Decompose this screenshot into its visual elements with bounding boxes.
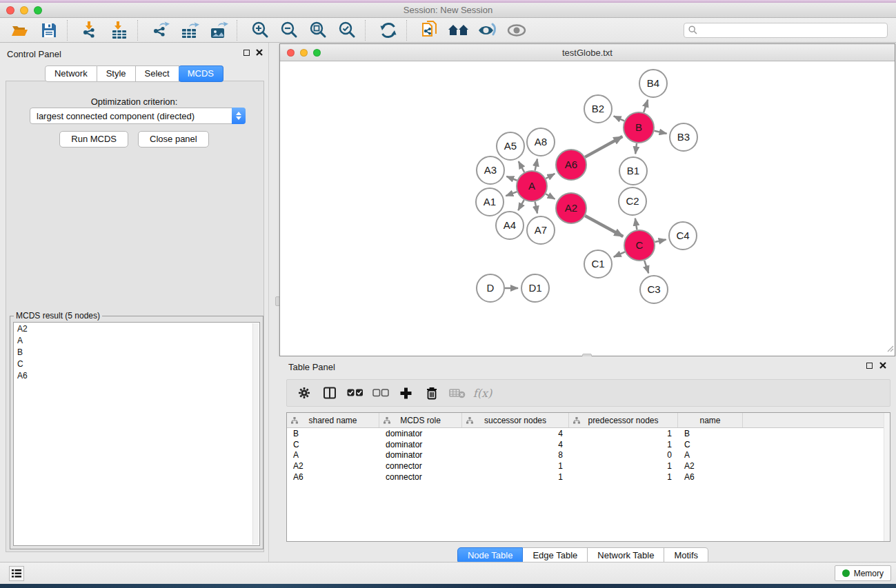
tab-style[interactable]: Style [97,65,136,82]
graph-node-B[interactable]: B [624,112,654,143]
table-row[interactable]: Bdominator41B [287,428,890,439]
zoom-selected-button[interactable] [332,19,361,41]
graph-node-A3[interactable]: A3 [477,156,504,184]
result-item[interactable]: A [14,334,259,346]
task-history-button[interactable] [9,566,24,581]
table-row[interactable]: Cdominator41C [287,439,890,450]
zoom-fit-button[interactable] [303,19,332,41]
column-header-shared-name[interactable]: shared name [287,413,379,427]
function-builder-button[interactable]: f(x) [470,382,495,404]
refresh-icon [379,21,397,39]
graph-node-C[interactable]: C [624,230,655,261]
graph-node-A6[interactable]: A6 [556,150,586,180]
column-header-name[interactable]: name [678,413,743,427]
result-item[interactable]: A6 [14,369,259,381]
table-row[interactable]: Adominator80A [287,450,890,461]
graph-node-C4[interactable]: C4 [669,222,697,250]
tab-mcds[interactable]: MCDS [179,65,223,82]
edge-A-A1[interactable] [506,192,517,196]
graph-node-A2[interactable]: A2 [556,193,586,223]
graph-node-B1[interactable]: B1 [619,157,647,185]
edge-A-A5[interactable] [519,161,524,172]
show-graphics-details-button[interactable] [502,19,531,41]
column-header-MCDS-role[interactable]: MCDS role [379,413,462,427]
column-header-successor-nodes[interactable]: successor nodes [462,413,569,427]
refresh-button[interactable] [374,19,403,41]
table-cell: A2 [678,461,743,471]
table-scrollbar[interactable] [884,413,890,541]
home-layout-button[interactable] [444,19,473,41]
select-all-columns-button[interactable] [342,382,368,404]
graph-node-B4[interactable]: B4 [639,70,667,97]
edge-A-A3[interactable] [506,176,517,181]
edge-B-B4[interactable] [644,100,648,112]
import-network-button[interactable] [76,19,105,41]
duplicate-network-button[interactable] [415,19,444,41]
graph-node-B2[interactable]: B2 [584,95,612,123]
edge-A6-B[interactable] [585,136,622,157]
edge-C-C2[interactable] [635,219,637,230]
delete-column-button[interactable] [419,382,444,404]
toggle-column-view-button[interactable] [317,382,342,404]
graph-node-D[interactable]: D [477,274,504,302]
result-list-scrollbar[interactable] [252,323,259,545]
tab-network[interactable]: Network [45,65,97,82]
import-table-button[interactable] [105,19,134,41]
result-item[interactable]: C [14,358,259,369]
zoom-out-button[interactable] [275,19,303,41]
edge-C-C1[interactable] [614,252,625,256]
table-settings-button[interactable] [291,382,317,404]
close-panel-icon[interactable] [256,49,263,56]
run-mcds-button[interactable]: Run MCDS [59,131,128,148]
search-field[interactable] [684,23,888,38]
graph-node-C3[interactable]: C3 [640,276,668,303]
export-table-button[interactable] [175,19,204,41]
search-input[interactable] [701,26,883,35]
result-item[interactable]: B [14,346,259,358]
edge-A2-C[interactable] [585,216,623,236]
edge-C-C4[interactable] [655,239,666,242]
edge-A-A6[interactable] [546,174,555,179]
zoom-in-button[interactable] [246,19,275,41]
edge-C-C3[interactable] [644,261,648,273]
graph-node-A7[interactable]: A7 [527,216,555,244]
delete-table-button[interactable] [444,382,470,404]
open-session-button[interactable] [6,19,34,41]
data-column-icon [291,417,298,424]
graph-node-A1[interactable]: A1 [476,188,504,216]
graph-node-A8[interactable]: A8 [527,128,555,156]
float-panel-icon[interactable] [243,50,250,56]
graph-node-B3[interactable]: B3 [670,123,697,151]
edge-A-A2[interactable] [546,194,555,199]
float-table-panel-icon[interactable] [866,363,873,369]
column-header-predecessor-nodes[interactable]: predecessor nodes [569,413,678,427]
save-session-button[interactable] [34,19,63,41]
edge-B-B1[interactable] [635,143,637,154]
close-panel-button[interactable]: Close panel [138,131,209,148]
export-network-button[interactable] [146,19,175,41]
add-column-button[interactable] [393,382,419,404]
graph-node-A[interactable]: A [517,171,547,201]
graph-node-C1[interactable]: C1 [584,250,612,278]
tab-select[interactable]: Select [136,65,179,82]
optimization-criterion-select[interactable]: largest connected component (directed) [30,108,246,124]
edge-A-A7[interactable] [535,202,537,214]
result-item[interactable]: A2 [14,323,259,334]
graph-node-D1[interactable]: D1 [521,274,549,302]
table-row[interactable]: A2connector11A2 [287,460,890,472]
edge-A-A8[interactable] [535,159,537,170]
edge-B-B3[interactable] [654,131,666,134]
graph-node-A5[interactable]: A5 [497,132,524,160]
export-image-button[interactable] [204,19,233,41]
unselect-all-columns-button[interactable] [368,382,393,404]
graph-node-C2[interactable]: C2 [619,187,646,215]
hide-graphics-details-button[interactable] [473,19,502,41]
graph-node-A4[interactable]: A4 [496,212,524,239]
edge-B-B2[interactable] [614,116,624,121]
memory-button[interactable]: Memory [835,565,891,581]
window-resize-grip[interactable] [887,343,894,355]
table-row[interactable]: A6connector11A6 [287,472,890,483]
network-canvas[interactable]: AA1A2A3A4A5A6A7A8BB1B2B3B4CC1C2C3C4DD1 [280,61,895,356]
close-table-panel-icon[interactable] [879,362,886,369]
edge-A-A4[interactable] [518,200,524,210]
